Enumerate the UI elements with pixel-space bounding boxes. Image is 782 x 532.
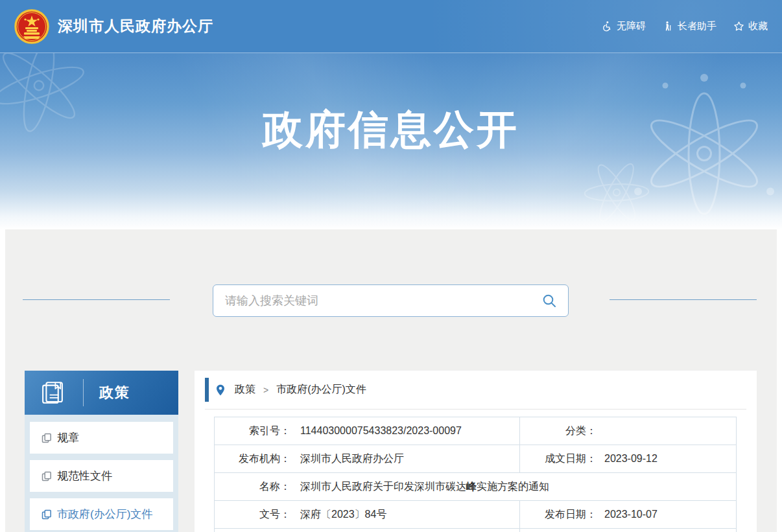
document-icon	[41, 509, 52, 520]
index-number-value: 114403000075433823/2023-00097	[300, 425, 462, 436]
document-number-value: 深府〔2023〕84号	[300, 509, 386, 520]
search-icon[interactable]	[541, 293, 557, 308]
written-date-value: 2023-09-12	[604, 453, 658, 464]
sidebar-item-label: 规章	[57, 430, 79, 445]
document-name-highlight: 峰	[466, 481, 477, 492]
breadcrumb-link-policy[interactable]: 政策	[235, 383, 255, 397]
issuing-agency-label: 发布机构：	[215, 452, 290, 466]
top-header: 深圳市人民政府办公厅 无障碍 长者助手 收藏	[0, 0, 782, 53]
decorative-line-right	[610, 299, 757, 300]
table-row-partial	[215, 529, 737, 532]
document-name-pre: 深圳市人民政府关于印发深圳市碳达	[300, 481, 466, 492]
accessibility-label: 无障碍	[617, 20, 646, 32]
document-icon	[41, 471, 52, 481]
banner: 政府信息公开	[0, 53, 782, 229]
document-info-table: 索引号：114403000075433823/2023-00097 分类： 发布…	[214, 417, 737, 532]
elder-helper-label: 长者助手	[678, 20, 717, 32]
breadcrumb-accent-bar	[205, 378, 209, 402]
written-date-label: 成文日期：	[520, 452, 597, 466]
sidebar-header-policy[interactable]: 政策	[25, 371, 178, 415]
search-input[interactable]	[213, 285, 568, 316]
site-title: 深圳市人民政府办公厅	[58, 16, 213, 36]
issuing-agency-value: 深圳市人民政府办公厅	[300, 453, 404, 464]
breadcrumb-link-current[interactable]: 市政府(办公厅)文件	[276, 383, 366, 397]
search-section	[5, 284, 777, 317]
star-icon	[733, 21, 744, 32]
document-name-value: 深圳市人民政府关于印发深圳市碳达峰实施方案的通知	[300, 481, 549, 492]
main-panel: 政策 > 市政府(办公厅)文件 索引号：114403000075433823/2…	[195, 371, 757, 532]
sidebar-header-label: 政策	[99, 383, 130, 402]
publish-date-value: 2023-10-07	[604, 509, 658, 520]
table-row: 名称：深圳市人民政府关于印发深圳市碳达峰实施方案的通知	[215, 473, 737, 501]
breadcrumb: 政策 > 市政府(办公厅)文件	[205, 371, 746, 410]
sidebar-item-normative-documents[interactable]: 规范性文件	[30, 460, 173, 492]
sidebar-item-municipal-government-documents[interactable]: 市政府(办公厅)文件	[30, 498, 173, 530]
category-label: 分类：	[520, 424, 597, 438]
accessibility-link[interactable]: 无障碍	[602, 20, 646, 32]
location-pin-icon	[215, 384, 226, 397]
document-icon	[41, 433, 52, 443]
document-name-label: 名称：	[215, 480, 290, 494]
top-links: 无障碍 长者助手 收藏	[602, 20, 768, 32]
sidebar-item-label: 规范性文件	[57, 468, 112, 483]
sidebar-item-label: 市政府(办公厅)文件	[57, 507, 152, 522]
content-area: 政策 规章 规范性文件	[5, 229, 777, 532]
publish-date-label: 发布日期：	[520, 508, 597, 522]
index-number-label: 索引号：	[215, 424, 290, 438]
document-number-label: 文号：	[215, 508, 290, 522]
sidebar: 政策 规章 规范性文件	[25, 371, 178, 532]
accessibility-icon	[602, 21, 613, 32]
book-icon	[39, 379, 66, 406]
favorite-link[interactable]: 收藏	[733, 20, 768, 32]
table-row: 索引号：114403000075433823/2023-00097 分类：	[215, 417, 737, 445]
favorite-label: 收藏	[748, 20, 768, 32]
page-title: 政府信息公开	[0, 53, 782, 157]
search-box	[213, 284, 569, 317]
national-emblem-logo	[14, 9, 49, 44]
elder-helper-icon	[663, 21, 674, 32]
sidebar-menu: 规章 规范性文件 市政府(办公厅)文件	[25, 415, 178, 532]
sidebar-header-divider	[83, 379, 84, 406]
sidebar-item-regulations[interactable]: 规章	[30, 422, 173, 454]
breadcrumb-separator: >	[263, 385, 268, 395]
decorative-line-left	[23, 299, 170, 300]
document-name-post: 实施方案的通知	[477, 481, 549, 492]
table-row: 发布机构：深圳市人民政府办公厅 成文日期：2023-09-12	[215, 445, 737, 473]
elder-helper-link[interactable]: 长者助手	[663, 20, 717, 32]
site-brand: 深圳市人民政府办公厅	[14, 9, 213, 44]
table-row: 文号：深府〔2023〕84号 发布日期：2023-10-07	[215, 501, 737, 529]
